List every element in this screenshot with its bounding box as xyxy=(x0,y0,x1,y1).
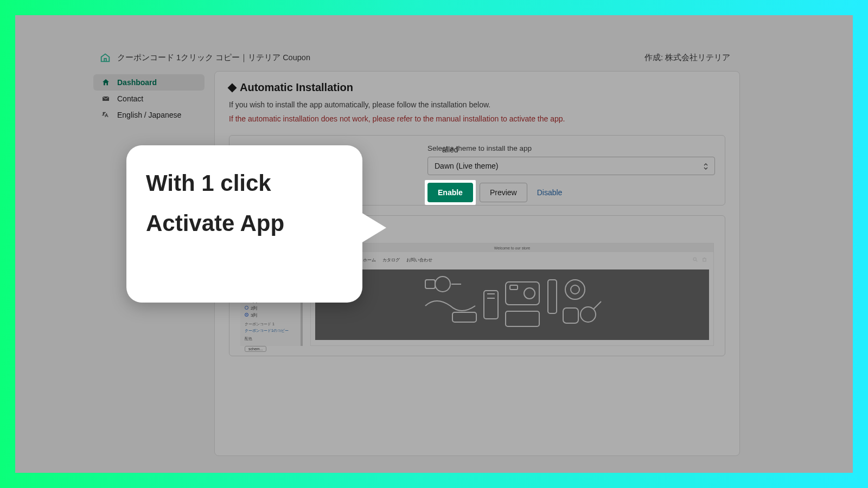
svg-rect-7 xyxy=(484,291,498,319)
sidebar-item-label: Dashboard xyxy=(117,78,157,87)
editor-coupon-sub: クーポンコード1のコピー xyxy=(245,328,296,333)
sidebar-item-language[interactable]: English / Japanese xyxy=(93,107,205,123)
translate-icon xyxy=(101,110,111,120)
stage: クーポンコード 1クリック コピー｜リテリア Coupon 作成: 株式会社リテ… xyxy=(15,15,853,473)
svg-rect-14 xyxy=(548,280,557,313)
svg-rect-13 xyxy=(506,311,539,326)
preview-hero xyxy=(315,269,709,340)
sidebar-item-label: Contact xyxy=(117,94,143,103)
svg-point-1 xyxy=(693,258,696,260)
preview-storebar: reterior-couponcode ホーム カタログ お問い合わせ xyxy=(311,252,713,267)
preview-nav-0: ホーム xyxy=(363,257,376,263)
theme-select-value: Dawn (Live theme) xyxy=(435,162,499,170)
app-header: クーポンコード 1クリック コピー｜リテリア Coupon 作成: 株式会社リテ… xyxy=(93,44,740,71)
svg-point-4 xyxy=(435,277,450,292)
svg-rect-6 xyxy=(452,312,476,322)
svg-point-17 xyxy=(580,307,596,322)
sidebar-item-dashboard[interactable]: Dashboard xyxy=(93,74,205,91)
editor-radio-pc-3[interactable]: 3列 xyxy=(245,312,296,319)
svg-rect-12 xyxy=(510,285,518,290)
home-icon xyxy=(101,78,111,87)
mail-icon xyxy=(101,94,111,104)
radio-icon xyxy=(245,313,248,317)
svg-line-2 xyxy=(696,260,697,261)
callout-bubble: With 1 click Activate App xyxy=(126,145,362,303)
callout-pointer-icon xyxy=(361,213,386,243)
diamond-icon xyxy=(228,83,237,92)
hero-illustration xyxy=(414,272,610,337)
sidebar-item-contact[interactable]: Contact xyxy=(93,91,205,107)
preview-nav-2: お問い合わせ xyxy=(406,257,432,263)
editor-radio-pc-2[interactable]: 2列 xyxy=(245,305,296,312)
section-title-text: Automatic Installation xyxy=(240,81,353,94)
sidebar-item-label: English / Japanese xyxy=(117,111,181,119)
svg-point-11 xyxy=(524,288,535,299)
enable-highlight: Enable xyxy=(425,180,476,205)
app-author-name: 株式会社リテリア xyxy=(665,53,730,62)
enable-button-label: Enable xyxy=(438,188,463,197)
svg-point-15 xyxy=(565,280,585,299)
svg-rect-3 xyxy=(703,258,706,261)
app-title-wrap: クーポンコード 1クリック コピー｜リテリア Coupon xyxy=(99,51,310,64)
theme-select[interactable]: Dawn (Live theme) xyxy=(427,157,715,175)
svg-rect-5 xyxy=(425,280,435,288)
editor-color-label: 配色 xyxy=(245,336,296,342)
install-warning: If the automatic installation does not w… xyxy=(229,114,725,123)
disable-link-label: Disable xyxy=(537,188,563,197)
app-logo-icon xyxy=(99,51,112,64)
svg-rect-18 xyxy=(563,308,578,323)
app-title: クーポンコード 1クリック コピー｜リテリア Coupon xyxy=(117,53,310,63)
app-author-prefix: 作成: xyxy=(644,53,663,62)
preview-icons xyxy=(693,257,707,263)
theme-select-label: Select a theme to install the app xyxy=(427,144,715,152)
disable-link[interactable]: Disable xyxy=(534,183,566,202)
callout-line-2: Activate App xyxy=(146,210,343,236)
callout-line-1: With 1 click xyxy=(146,170,343,196)
preview-button[interactable]: Preview xyxy=(480,183,527,202)
editor-scheme-button[interactable]: schem... xyxy=(245,346,266,352)
theme-preview: Welcome to our store reterior-couponcode… xyxy=(310,243,714,346)
preview-announce: Welcome to our store xyxy=(311,243,713,252)
preview-nav-1: カタログ xyxy=(382,257,400,263)
chevron-updown-icon xyxy=(703,163,709,169)
app-author: 作成: 株式会社リテリア xyxy=(644,53,730,63)
section-title: Automatic Installation xyxy=(229,81,725,94)
bag-icon xyxy=(702,257,707,263)
preview-button-label: Preview xyxy=(490,188,517,197)
svg-point-16 xyxy=(571,285,579,294)
radio-icon xyxy=(245,306,248,310)
enable-button[interactable]: Enable xyxy=(427,183,473,202)
editor-coupon-label: クーポンコード 1 xyxy=(245,322,296,327)
install-description: If you wish to install the app automatic… xyxy=(229,100,725,109)
search-icon xyxy=(693,257,698,263)
